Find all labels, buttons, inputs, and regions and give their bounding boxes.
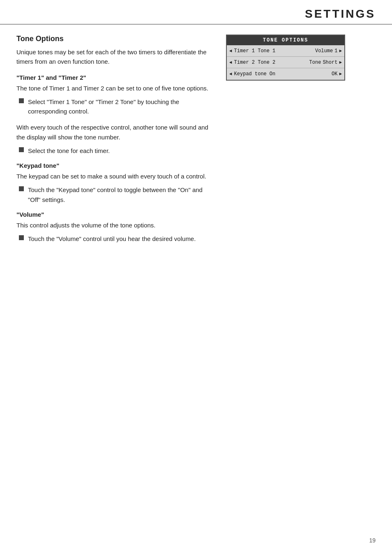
right-arrow-timer2: ► xyxy=(339,60,342,65)
bullet-text-keypad-toggle: Touch the "Keypad tone" control to toggl… xyxy=(28,185,214,204)
bullet-text-select-each: Select the tone for each timer. xyxy=(28,146,110,155)
left-column: Tone Options Unique tones may be set for… xyxy=(16,35,214,249)
ui-panel-row-keypad[interactable]: ◄ Keypad tone On OK ► xyxy=(227,68,344,80)
bullet-item: Touch the "Volume" control until you hea… xyxy=(16,234,214,243)
bullet-icon xyxy=(19,147,24,152)
row-right-value-ok: OK xyxy=(332,71,337,77)
row-right-timer1: Volume 1 ► xyxy=(315,48,342,54)
bullet-text-select-tone: Select "Timer 1 Tone" or "Timer 2 Tone" … xyxy=(28,97,214,116)
row-right-label-timer2: Tone xyxy=(309,60,321,65)
bullet-text-volume-touch: Touch the "Volume" control until you hea… xyxy=(28,234,196,243)
ui-panel-row-timer1[interactable]: ◄ Timer 1 Tone 1 Volume 1 ► xyxy=(227,45,344,57)
subsection-text-cycling: With every touch of the respective contr… xyxy=(16,123,214,142)
section-title: Tone Options xyxy=(16,35,214,43)
row-right-timer2: Tone Short ► xyxy=(309,60,342,65)
left-arrow-keypad: ◄ xyxy=(229,72,232,76)
bullet-icon xyxy=(19,186,24,191)
row-label-keypad: Keypad tone xyxy=(234,71,267,77)
page-header: SETTINGS xyxy=(0,0,392,25)
left-arrow-timer2: ◄ xyxy=(229,60,232,65)
row-left-timer1: ◄ Timer 1 Tone 1 xyxy=(229,48,315,54)
bullet-icon xyxy=(19,98,24,103)
bullet-item: Touch the "Keypad tone" control to toggl… xyxy=(16,185,214,204)
row-left-timer2: ◄ Timer 2 Tone 2 xyxy=(229,60,309,65)
subsection-text-timers: The tone of Timer 1 and Timer 2 can be s… xyxy=(16,83,214,93)
row-left-keypad: ◄ Keypad tone On xyxy=(229,71,330,77)
right-arrow-keypad: ► xyxy=(339,72,342,76)
row-label-timer1: Timer 1 Tone xyxy=(234,48,270,54)
right-arrow-timer1: ► xyxy=(339,49,342,53)
ui-panel-header: TONE OPTIONS xyxy=(227,35,344,45)
page-title: SETTINGS xyxy=(305,7,376,21)
row-right-keypad: OK ► xyxy=(330,71,342,77)
right-column: TONE OPTIONS ◄ Timer 1 Tone 1 Volume 1 ► xyxy=(226,35,345,249)
bullet-item: Select "Timer 1 Tone" or "Timer 2 Tone" … xyxy=(16,97,214,116)
section-intro: Unique tones may be set for each of the … xyxy=(16,47,214,67)
row-value-timer2: 2 xyxy=(272,60,275,65)
ui-panel: TONE OPTIONS ◄ Timer 1 Tone 1 Volume 1 ► xyxy=(226,35,345,81)
subsection-text-volume: This control adjusts the volume of the t… xyxy=(16,220,214,230)
row-right-value-timer2: Short xyxy=(323,60,337,65)
ui-panel-row-timer2[interactable]: ◄ Timer 2 Tone 2 Tone Short ► xyxy=(227,57,344,68)
bullet-icon xyxy=(19,235,24,240)
row-label-timer2: Timer 2 Tone xyxy=(234,60,270,65)
subsection-heading-timers: "Timer 1" and "Timer 2" xyxy=(16,74,214,81)
subsection-heading-keypad: "Keypad tone" xyxy=(16,162,214,169)
subsection-text-keypad: The keypad can be set to make a sound wi… xyxy=(16,171,214,181)
page-number: 19 xyxy=(369,537,376,544)
bullet-item: Select the tone for each timer. xyxy=(16,146,214,155)
row-right-value-timer1: 1 xyxy=(334,48,337,54)
left-arrow-timer1: ◄ xyxy=(229,49,232,53)
page-container: SETTINGS Tone Options Unique tones may b… xyxy=(0,0,392,556)
content-area: Tone Options Unique tones may be set for… xyxy=(0,35,392,249)
row-value-timer1: 1 xyxy=(272,48,275,54)
subsection-heading-volume: "Volume" xyxy=(16,211,214,218)
row-value-keypad: On xyxy=(270,71,275,77)
row-right-label-timer1: Volume xyxy=(315,48,333,54)
